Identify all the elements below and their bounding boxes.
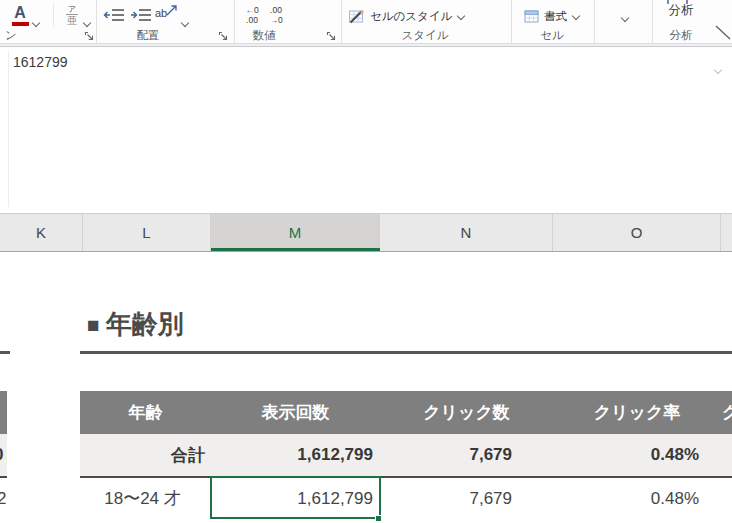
phonetic-bottom-glyph: 亜 [62,15,82,26]
age-table-header-impressions[interactable]: 表示回数 [211,391,380,434]
selected-column-underline [211,248,380,251]
cell-ctr[interactable]: 0.48% [553,478,721,519]
section-underline [80,351,732,354]
font-dialog-launcher-icon[interactable] [84,31,95,42]
age-table-header-next-partial: ク [722,391,732,434]
edge-diagonal-icon [714,24,732,41]
cell-age-range[interactable]: 18〜24 才 [80,478,211,519]
left-table-total-border [0,476,7,478]
formula-bar-collapse-icon[interactable] [715,59,721,77]
age-table-header-ctr[interactable]: クリック率 [553,391,721,434]
section-heading[interactable]: ■ 年齢別 [87,307,184,341]
text-orientation-button[interactable]: ab [155,7,167,19]
left-table-row-digit: 2 [0,478,6,519]
formula-bar-divider [8,51,9,207]
divider [53,3,54,26]
cells-group-label: セル [527,28,577,42]
cell-total-clicks[interactable]: 7,679 [380,434,553,476]
styles-group-label: スタイル [395,28,455,42]
cell-styles-icon [348,8,365,25]
font-color-button[interactable]: A [9,3,31,26]
excel-window: A ア 亜 ント ab 配置 [0,0,732,523]
age-table-total-row: 合計 1,612,799 7,679 0.48% [80,434,732,476]
group-separator [511,0,512,43]
font-color-dropdown-icon[interactable] [33,12,43,22]
fill-handle[interactable] [375,515,382,522]
formula-bar-value[interactable]: 1612799 [13,54,68,70]
increase-decimal-button[interactable]: ←0 .00 [239,5,265,25]
left-table-total-partial: 0 [0,434,7,476]
left-table-header-partial [0,391,7,434]
group-separator [652,0,653,43]
section-heading-marker: ■ [87,314,100,335]
decrease-decimal-button[interactable]: .00 →0 [263,5,289,25]
format-icon [524,9,539,24]
column-header-row: K L M N O [0,214,732,252]
orientation-dropdown-icon[interactable] [182,12,192,22]
font-color-letter: A [9,3,31,22]
left-table-row-partial: 2 [0,478,7,519]
alignment-group-label: 配置 [118,28,178,42]
age-table-header-clicks[interactable]: クリック数 [380,391,553,434]
column-header-N[interactable]: N [380,214,553,251]
age-table-data-row: 18〜24 才 1,612,799 7,679 0.48% [80,478,732,519]
age-table-header-age[interactable]: 年齢 [80,391,211,434]
format-dropdown-icon [572,12,580,20]
ribbon: A ア 亜 ント ab 配置 [0,0,732,43]
left-table-total-digit: 0 [0,434,3,476]
analysis-group-label: 分析 [662,28,700,42]
selected-cell-border [210,476,381,519]
age-table-header-row: 年齢 表示回数 クリック数 クリック率 ク [80,391,732,434]
column-header-O[interactable]: O [553,214,721,251]
font-group-label: ント [0,28,22,42]
group-separator [594,0,595,43]
increase-indent-icon[interactable] [130,7,152,23]
column-header-K[interactable]: K [0,214,83,251]
cell-styles-dropdown-icon [457,12,465,20]
sheet-grid[interactable]: ■ 年齢別 0 2 年齢 表示回数 クリック数 クリック率 ク 合計 1,612… [0,252,732,523]
group-separator [341,0,342,43]
phonetic-dropdown-icon[interactable] [84,12,94,22]
decrease-indent-icon[interactable] [103,7,125,23]
cell-styles-label: セルのスタイル [370,9,452,24]
group-separator [234,0,235,43]
cell-total-ctr[interactable]: 0.48% [553,434,721,476]
section-heading-text: 年齢別 [106,309,184,339]
cell-clicks[interactable]: 7,679 [380,478,553,519]
format-button[interactable]: 書式 [524,6,579,26]
cell-total-impressions[interactable]: 1,612,799 [211,434,380,476]
column-header-L[interactable]: L [83,214,211,251]
number-group-label: 数値 [238,28,290,42]
left-section-underline-partial [0,351,10,354]
group-separator [96,0,97,43]
alignment-dialog-launcher-icon[interactable] [218,31,229,42]
phonetic-top-glyph: ア [66,5,78,15]
phonetic-guide-button[interactable]: ア 亜 [62,5,82,26]
orientation-arrow-icon [165,3,179,17]
number-dialog-launcher-icon[interactable] [326,31,337,42]
font-color-swatch [12,22,29,26]
column-header-M-selected[interactable]: M [211,214,380,251]
cell-total-age[interactable]: 合計 [80,434,211,476]
analyze-data-button[interactable]: 分析 [662,3,700,18]
cell-styles-button[interactable]: セルのスタイル [348,6,464,26]
formula-bar[interactable]: 1612799 [0,47,732,214]
format-label: 書式 [544,9,567,24]
gallery-dropdown-icon[interactable] [622,7,632,17]
